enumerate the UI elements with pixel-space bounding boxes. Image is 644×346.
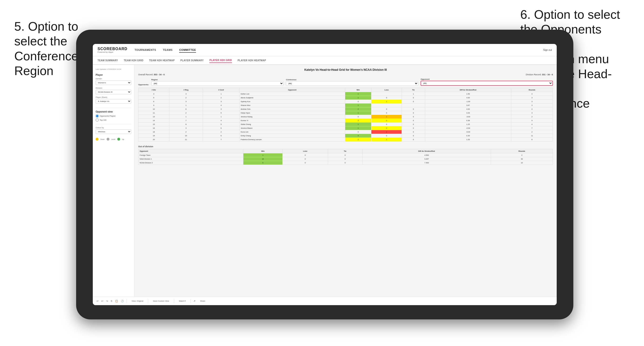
dot-level — [106, 138, 110, 141]
conference-select[interactable]: (All) — [286, 81, 418, 86]
th-div: # Div — [138, 88, 170, 92]
subnav-player-summary[interactable]: PLAYER SUMMARY — [180, 58, 204, 63]
nav-sign-out[interactable]: Sign out — [543, 49, 552, 51]
table-row: 10 6 3 Andrea York 2 0 0 4.00 4 — [138, 107, 553, 111]
report-heading: Katelyn Vo Head-to-Head Grid for Women's… — [138, 68, 553, 71]
region-label: Region — [151, 79, 284, 81]
logo-area: SCOREBOARD Powered by clippd — [98, 47, 128, 53]
table-row: 19 10 6 Emily Chang 4 0 0 0.30 11 — [138, 134, 553, 138]
th-rounds: Rounds — [511, 88, 553, 92]
copy-icon[interactable]: ⎘ — [111, 300, 112, 302]
opponents-filter-label: Opponents: — [138, 84, 149, 86]
opponent-filter-group: Opponent (All) — [420, 78, 553, 86]
radio-opponents-played[interactable]: Opponents Played — [96, 115, 131, 118]
table-row: 9 1 4 Sharon Mun 1 3.67 3 — [138, 104, 553, 107]
th-diff: Diff Av Strokes/Rnd — [425, 88, 511, 92]
table-row: 16 3 6 Jessica Mason 1 2 0 -0.94 7 — [138, 126, 553, 130]
toolbar-separator-4 — [190, 299, 190, 303]
watch-btn[interactable]: Watch ▾ — [177, 299, 188, 303]
save-custom-view-btn[interactable]: Save Custom View — [151, 299, 171, 303]
share-icon[interactable]: ↗ — [194, 300, 195, 302]
clock-icon[interactable]: 🕐 — [121, 300, 124, 302]
out-th-rounds: Rounds — [491, 149, 553, 154]
subnav-team-h2h-heatmap[interactable]: TEAM H2H HEATMAP — [149, 58, 174, 63]
paste-icon[interactable]: 📋 — [115, 300, 118, 302]
opponent-view-radio-group: Opponents Played Top 100 — [96, 115, 131, 122]
colour-legend: Down Level Up — [96, 138, 131, 141]
player-rank-label: Player (Rank) — [96, 96, 131, 98]
logo-text: SCOREBOARD — [98, 47, 128, 51]
report-title: Katelyn Vo Head-to-Head Grid for Women's… — [138, 68, 553, 71]
out-table-row: NAIA Division 1 15 0 0 9.267 30 — [138, 157, 553, 161]
table-row: 6 3 3 Sydney Kuo 0 1 0 -1.00 3 — [138, 100, 553, 104]
out-th-win: Win — [243, 149, 283, 154]
sub-navigation: TEAM SUMMARY TEAM H2H GRID TEAM H2H HEAT… — [93, 56, 557, 65]
undo-icon[interactable]: ↩ — [96, 300, 98, 302]
filter-row: Opponents: Region (All) Conference (All) — [138, 78, 553, 86]
th-reg: # Reg — [169, 88, 203, 92]
table-row: 20 11 7 Federica Domecq Lacroze 2 1 0 1.… — [138, 138, 553, 142]
region-select[interactable]: (All) — [151, 81, 284, 86]
out-th-tie: Tie — [328, 149, 362, 154]
region-filter-group: Region (All) — [151, 79, 284, 86]
subnav-player-h2h-grid[interactable]: PLAYER H2H GRID — [209, 58, 232, 63]
colour-by-select[interactable]: Win/loss — [96, 129, 131, 134]
undo2-icon[interactable]: ↩ — [101, 300, 103, 302]
subnav-team-h2h-grid[interactable]: TEAM H2H GRID — [124, 58, 144, 63]
division-record: Division Record: 331 - 34 - 6 — [526, 73, 553, 76]
table-header-row: # Div # Reg # Conf Opponent Win Loss Tie… — [138, 88, 553, 92]
out-table-row: Foreign Team 1 0 0 4.500 2 — [138, 154, 553, 157]
share-btn[interactable]: Share — [198, 299, 207, 303]
table-row: 3 3 1 Esther Lee 1 1 1.50 4 — [138, 92, 553, 96]
table-row: 14 7 4 Eunice Yi 2 2 0 0.38 9 — [138, 119, 553, 123]
report-records: Overall Record: 353 - 34 - 6 Division Re… — [138, 73, 553, 76]
division-label: Division — [96, 87, 131, 89]
radio-top100[interactable]: Top 100 — [96, 119, 131, 122]
subnav-team-summary[interactable]: TEAM SUMMARY — [98, 58, 118, 63]
colour-by-label: Colour by — [96, 127, 131, 129]
tablet-screen: SCOREBOARD Powered by clippd TOURNAMENTS… — [93, 44, 557, 305]
subnav-player-h2h-heatmap[interactable]: PLAYER H2H HEATMAP — [238, 58, 266, 63]
table-row: 11 2 5 Heejo Hyun 1 0 0 3.33 3 — [138, 111, 553, 115]
nav-teams[interactable]: TEAMS — [163, 47, 172, 53]
table-row: 5 2 2 Alexis Sudjianto 1 0 0 4.00 3 — [138, 96, 553, 100]
conference-label: Conference — [286, 79, 418, 81]
overall-record: Overall Record: 353 - 34 - 6 — [138, 73, 165, 76]
dot-up — [117, 138, 120, 141]
main-data-table: # Div # Reg # Conf Opponent Win Loss Tie… — [138, 88, 553, 142]
nav-items: TOURNAMENTS TEAMS COMMITTEE — [135, 47, 543, 53]
player-section-title: Player — [96, 74, 131, 76]
redo-icon[interactable]: ↪ — [106, 300, 108, 302]
gender-label: Gender — [96, 78, 131, 80]
app-container: SCOREBOARD Powered by clippd TOURNAMENTS… — [93, 44, 557, 305]
dot-down — [96, 138, 98, 141]
nav-committee[interactable]: COMMITTEE — [179, 47, 196, 53]
main-content: Last Updated: 27/03/2024 14:34 Player Ge… — [93, 65, 557, 297]
nav-tournaments[interactable]: TOURNAMENTS — [135, 47, 156, 53]
out-table-row: NCAA Division 2 5 0 0 7.400 10 — [138, 161, 553, 165]
logo-sub: Powered by clippd — [98, 51, 128, 53]
bottom-toolbar: ↩ ↩ ↪ ⎘ 📋 🕐 View: Original Save Custom V… — [93, 297, 557, 305]
th-loss: Loss — [371, 88, 402, 92]
out-of-division-table: Opponent Win Loss Tie Diff Av Strokes/Rn… — [138, 149, 553, 165]
opponent-filter-label: Opponent — [420, 78, 553, 80]
toolbar-separator-2 — [148, 299, 148, 303]
table-row: 13 1 1 Jessica Huang 0 1 0 -3.00 2 — [138, 115, 553, 119]
th-conf: # Conf — [203, 88, 239, 92]
opponent-view-label: Opponent view — [96, 110, 131, 113]
th-opponent: Opponent — [239, 88, 345, 92]
conference-filter-group: Conference (All) — [286, 79, 418, 86]
view-original-btn[interactable]: View: Original — [130, 299, 145, 303]
top-navigation: SCOREBOARD Powered by clippd TOURNAMENTS… — [93, 44, 557, 56]
player-rank-select[interactable]: 8. Katelyn Vo — [96, 99, 131, 104]
out-table-header-row: Opponent Win Loss Tie Diff Av Strokes/Rn… — [138, 149, 553, 154]
last-updated: Last Updated: 27/03/2024 14:34 — [96, 68, 131, 70]
toolbar-separator-3 — [174, 299, 174, 303]
out-th-diff: Diff Av Strokes/Rnd — [362, 149, 491, 154]
sidebar: Last Updated: 27/03/2024 14:34 Player Ge… — [93, 65, 134, 297]
gender-select[interactable]: Women's — [96, 80, 131, 85]
opponent-select[interactable]: (All) — [420, 81, 553, 86]
out-of-division-label: Out of division — [138, 145, 553, 148]
th-tie: Tie — [402, 88, 425, 92]
division-select[interactable]: NCAA Division III — [96, 90, 131, 94]
